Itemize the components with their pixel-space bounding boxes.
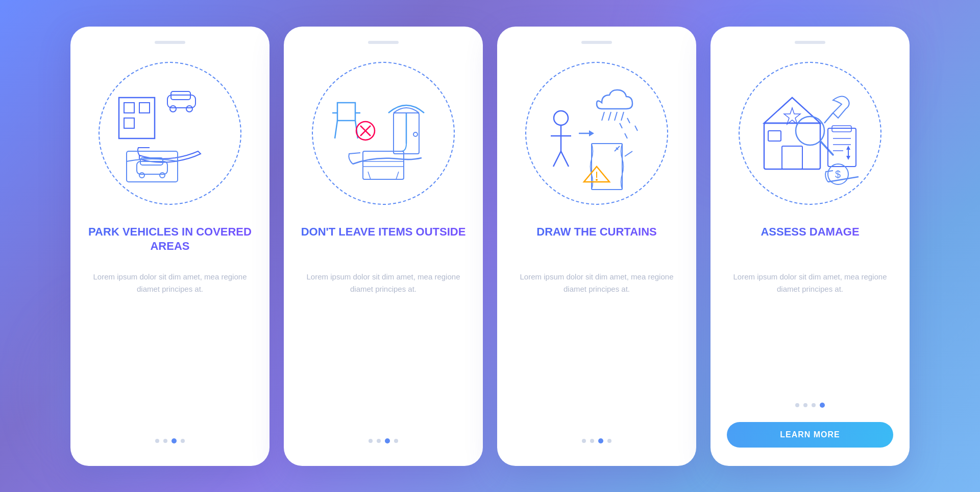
dashed-circle-1 <box>99 62 241 205</box>
svg-rect-55 <box>828 128 856 167</box>
card-notch-4 <box>795 41 825 44</box>
svg-marker-48 <box>764 98 820 123</box>
svg-line-14 <box>335 121 337 138</box>
park-vehicles-svg <box>109 72 231 195</box>
svg-line-28 <box>621 112 624 121</box>
card-items-outside: DON'T LEAVE ITEMS OUTSIDE Lorem ipsum do… <box>284 27 483 466</box>
svg-line-39 <box>561 151 569 167</box>
svg-line-26 <box>608 112 611 121</box>
dot-2 <box>377 439 381 443</box>
dot-3-active <box>172 438 177 443</box>
card-1-body: Lorem ipsum dolor sit dim amet, mea regi… <box>87 271 253 361</box>
dot-3 <box>812 403 816 407</box>
svg-marker-62 <box>846 156 850 160</box>
svg-line-54 <box>824 113 833 123</box>
dot-4-active <box>820 403 825 408</box>
card-notch <box>155 41 185 44</box>
svg-rect-3 <box>124 118 134 128</box>
illustration-items-outside <box>304 54 462 213</box>
dot-3-active <box>598 438 603 443</box>
card-4-body: Lorem ipsum dolor sit dim amet, mea regi… <box>727 271 893 343</box>
items-outside-svg <box>322 72 445 195</box>
dot-2 <box>163 439 167 443</box>
curtains-svg <box>535 72 658 195</box>
dot-3-active <box>385 438 390 443</box>
svg-line-25 <box>602 112 604 121</box>
card-1-title: PARK VEHICLES IN COVERED AREAS <box>87 225 253 261</box>
svg-point-12 <box>160 173 165 178</box>
card-2-title: DON'T LEAVE ITEMS OUTSIDE <box>301 225 466 261</box>
svg-rect-13 <box>337 103 355 121</box>
svg-line-29 <box>620 123 622 128</box>
svg-point-11 <box>139 173 144 178</box>
svg-point-7 <box>186 106 192 112</box>
svg-line-53 <box>820 141 833 155</box>
dashed-circle-4: $ <box>739 62 881 205</box>
svg-line-46 <box>625 151 632 156</box>
illustration-park-vehicles <box>91 54 249 213</box>
learn-more-button[interactable]: LEARN MORE <box>727 422 893 448</box>
svg-line-27 <box>615 112 617 121</box>
svg-point-23 <box>413 132 418 136</box>
illustration-assess-damage: $ <box>731 54 889 213</box>
card-4-title: ASSESS DAMAGE <box>761 225 859 261</box>
svg-line-31 <box>635 126 638 131</box>
card-1-dots <box>155 438 185 443</box>
card-2-body: Lorem ipsum dolor sit dim amet, mea regi… <box>300 271 467 361</box>
svg-point-43 <box>596 179 598 181</box>
svg-marker-61 <box>846 146 850 150</box>
card-4-dots <box>795 403 825 408</box>
svg-point-35 <box>554 111 568 125</box>
svg-rect-50 <box>768 131 781 141</box>
cards-container: PARK VEHICLES IN COVERED AREAS Lorem ips… <box>70 27 910 466</box>
card-assess-damage: $ ASSESS DAMAGE Lorem ipsum dolor sit di… <box>710 27 910 466</box>
svg-marker-51 <box>784 108 800 124</box>
svg-line-32 <box>625 133 627 138</box>
dashed-circle-3 <box>525 62 668 205</box>
svg-marker-34 <box>589 130 594 136</box>
card-2-dots <box>369 438 398 443</box>
svg-point-6 <box>170 106 176 112</box>
dot-1 <box>582 439 586 443</box>
card-3-dots <box>582 438 611 443</box>
assess-damage-svg: $ <box>749 72 871 195</box>
card-park-vehicles: PARK VEHICLES IN COVERED AREAS Lorem ips… <box>70 27 270 466</box>
dot-4 <box>181 439 185 443</box>
svg-rect-49 <box>782 146 802 169</box>
card-notch-2 <box>368 41 399 44</box>
dot-2 <box>590 439 594 443</box>
card-3-body: Lorem ipsum dolor sit dim amet, mea regi… <box>513 271 680 361</box>
svg-line-30 <box>627 118 630 123</box>
card-curtains: DRAW THE CURTAINS Lorem ipsum dolor sit … <box>497 27 696 466</box>
card-3-title: DRAW THE CURTAINS <box>536 225 656 261</box>
dot-1 <box>369 439 373 443</box>
dot-4 <box>607 439 611 443</box>
dot-2 <box>803 403 807 407</box>
card-notch-3 <box>581 41 612 44</box>
dot-4 <box>394 439 398 443</box>
illustration-curtains <box>518 54 676 213</box>
svg-rect-1 <box>124 103 134 113</box>
dashed-circle-2 <box>312 62 455 205</box>
dot-1 <box>795 403 799 407</box>
svg-rect-2 <box>139 103 150 113</box>
svg-rect-8 <box>127 151 178 182</box>
svg-line-38 <box>553 151 561 167</box>
svg-text:$: $ <box>835 169 841 180</box>
dot-1 <box>155 439 159 443</box>
